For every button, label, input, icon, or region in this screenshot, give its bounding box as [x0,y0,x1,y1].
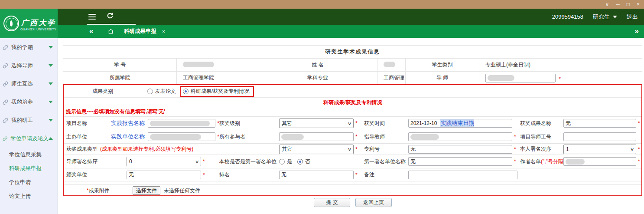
first-unit-label: 本校是否是第一署名单位 [219,158,279,165]
participants-label: 所有参与者 [219,133,279,141]
required-asterisk: * [638,146,640,152]
link-icon [3,63,8,69]
choose-file-button[interactable]: 选择文件 [133,186,160,195]
sidebar-item-label: 选择导师 [11,62,49,69]
first-unit-name-input[interactable]: 无 [408,157,512,166]
award-level-label: 获奖级别 [219,120,279,127]
participants-input[interactable] [279,132,354,141]
project-name-label: 项目名称 [64,120,111,127]
form-row: 主办单位 实践单位名称 * 所有参与者 * 指导教师 * 项目导师工号 [64,130,641,143]
sidebar-item-my-enrollment[interactable]: 我的学籍 [0,38,57,56]
award-time-annotation: 实践结束日期 [440,119,474,127]
user-role-dropdown[interactable]: 研究生 [593,13,617,21]
remark-input[interactable] [408,171,517,179]
university-seal-icon [3,16,19,31]
required-asterisk: * [638,158,640,165]
radio-science-achievement-highlight: 科研成果/获奖及专利情况 [180,86,254,97]
required-asterisk: * [203,158,205,165]
link-icon [3,136,8,142]
collapse-tabs-icon[interactable]: « [89,27,93,36]
self-order-select[interactable]: 1∨ [563,145,636,154]
college-value: 工商管理学院 [177,72,258,85]
project-name-input[interactable] [148,119,215,128]
radio-icon[interactable] [147,89,153,94]
tab-science-achievement[interactable]: 科研成果申报 × [124,25,165,38]
window-close-button[interactable]: × [637,0,640,8]
required-asterisk: * [355,120,358,126]
author-list-input[interactable] [563,157,636,166]
required-asterisk: * [514,134,516,140]
expand-tabs-icon[interactable]: » [635,27,639,36]
achievement-form-section: 成果类别 发表论文 科研成果/获奖及专利情况 科研成果/获奖及专利情况 提示信息… [63,84,642,196]
radio-first-unit-no[interactable]: 否 [297,158,310,165]
first-unit-name-label: 第一署名单位名称 [364,158,408,165]
advisor-input[interactable] [408,132,512,141]
tutor-input[interactable] [485,74,556,82]
award-time-input[interactable]: 2021-12-10 实践结束日期 [408,119,512,128]
radio-label: 科研成果/获奖及专利情况 [191,88,249,95]
major-label: 学科专业 [258,72,377,85]
sidebar-item-my-student-affairs[interactable]: 我的研工 [0,111,57,129]
table-row: 学 号 姓 名 学生类别 专业硕士(非全日制) [63,59,642,72]
required-asterisk: * [203,172,205,178]
sidebar-subitem-degree-info[interactable]: 学位信息采集 [0,148,57,161]
menu-toggle-icon[interactable] [88,14,96,20]
chevron-down-icon [613,16,617,18]
advisor-id-input[interactable] [563,132,636,141]
link-icon [3,99,8,105]
file-status-text: 未选择任何文件 [164,187,200,194]
submit-button[interactable]: 提 交 [314,198,350,207]
logout-button[interactable]: 退出 [627,13,638,21]
advisor-order-select[interactable]: 0∨ [127,157,201,166]
tab-close-icon[interactable]: × [162,29,165,35]
award-unit-input[interactable]: 无 [127,171,201,179]
student-type-label: 学生类别 [406,59,479,72]
required-asterisk: * [514,158,516,165]
sidebar-item-mutual-selection[interactable]: 师生互选 [0,75,57,93]
student-no-label: 学 号 [63,59,177,72]
student-no-redacted-value [183,62,214,67]
award-name-input[interactable]: 无 [563,119,636,128]
organizer-annotation: 实践单位名称 [111,133,148,141]
window-minimize-button[interactable]: ─ [616,0,620,8]
student-info-table: 研究生学术成果信息 学 号 姓 名 学生类别 专业硕士(非全日制) 所属学院 工… [63,45,642,85]
window-restore-button[interactable]: ∨ [605,0,609,8]
radio-icon[interactable] [279,159,285,165]
radio-icon-checked[interactable] [183,89,189,94]
required-asterisk: * [638,120,640,126]
rank-input[interactable]: 无 [279,171,354,179]
sidebar-item-degree-and-thesis[interactable]: 学位申请及论文 [0,129,57,148]
chevron-down-icon [49,82,53,85]
radio-first-unit-yes[interactable]: 是 [279,158,292,165]
sidebar-subitem-label: 学位申请 [9,179,31,186]
sidebar-subitem-science-achievement[interactable]: 科研成果申报 [0,161,57,175]
spacer-row [64,181,641,184]
window-maximize-button[interactable]: □ [627,0,630,8]
home-icon[interactable] [107,28,114,36]
university-logo: 广西大学 GUANGXI UNIVERSITY [0,9,58,38]
page-title: 研究生学术成果信息 [63,46,642,59]
advisor-id-label: 项目导师工号 [520,133,563,141]
refresh-icon[interactable] [107,12,114,20]
form-row: 项目名称 实践报告名称 * 获奖级别 其它∨ * 获奖时间 2021-12-10… [64,116,641,130]
radio-published-paper[interactable]: 发表论文 [147,88,176,95]
category-label: 成果类别 [64,88,141,95]
radio-icon-checked[interactable] [297,159,303,165]
sidebar-item-choose-tutor[interactable]: 选择导师 [0,56,57,75]
chevron-down-icon [49,46,53,49]
result-type-select[interactable]: 其它∨ [279,145,354,154]
chevron-down-icon [49,119,53,122]
sidebar-subitem-thesis-upload[interactable]: 论文上传 [0,189,57,203]
patent-no-input[interactable]: 无 [408,145,512,154]
sidebar-item-my-cultivation[interactable]: 我的培养 [0,93,57,111]
organizer-input[interactable] [148,132,215,141]
award-level-select[interactable]: 其它∨ [279,119,354,128]
radio-label: 发表论文 [155,88,176,95]
sidebar-subitem-degree-apply[interactable]: 学位申请 [0,175,57,189]
college-label: 所属学院 [63,72,177,85]
attachment-row: *成果附件 选择文件 未选择任何文件 [64,184,641,196]
back-button[interactable]: 返回上页 [355,198,392,207]
project-name-annotation: 实践报告名称 [111,119,148,127]
link-icon [3,81,8,87]
sidebar-item-label: 学位申请及论文 [11,135,49,142]
